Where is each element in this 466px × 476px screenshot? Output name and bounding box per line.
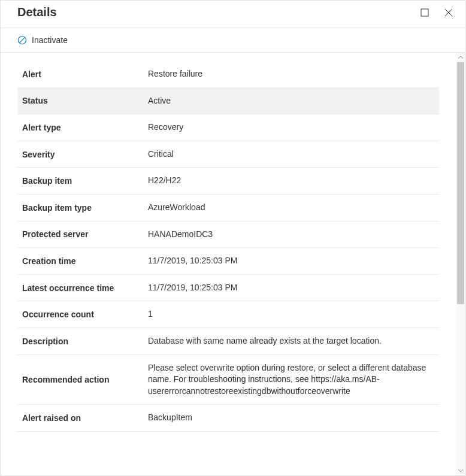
scrollbar-thumb[interactable]	[457, 62, 464, 304]
row-label: Severity	[17, 141, 143, 168]
table-row: Occurrence count1	[17, 301, 439, 328]
table-row: Protected serverHANADemoIDC3	[17, 221, 439, 248]
row-label: Occurrence count	[17, 301, 143, 328]
table-row: Recommended actionPlease select overwrit…	[17, 354, 439, 405]
content-area: AlertRestore failureStatusActiveAlert ty…	[1, 53, 465, 475]
row-label: Backup item type	[17, 194, 143, 221]
close-icon	[444, 8, 453, 17]
inactivate-button[interactable]: Inactivate	[17, 35, 68, 45]
row-value: 1	[143, 301, 439, 328]
close-button[interactable]	[443, 7, 455, 19]
table-row: Backup itemH22/H22	[17, 168, 439, 195]
row-value: 11/7/2019, 10:25:03 PM	[143, 248, 439, 275]
row-label: Description	[17, 328, 143, 354]
chevron-down-icon	[458, 469, 463, 472]
row-label: Alert raised on	[17, 405, 143, 432]
chevron-up-icon	[458, 56, 463, 59]
row-label: Status	[17, 87, 143, 114]
scrollbar-down-arrow[interactable]	[456, 466, 465, 475]
scrollbar-up-arrow[interactable]	[456, 53, 465, 62]
window-title: Details	[17, 5, 57, 19]
row-value: BackupItem	[143, 405, 439, 432]
row-label: Creation time	[17, 248, 143, 275]
row-value: AzureWorkload	[143, 194, 439, 221]
content-inner: AlertRestore failureStatusActiveAlert ty…	[1, 53, 456, 440]
row-label: Protected server	[17, 221, 143, 248]
table-row: SeverityCritical	[17, 141, 439, 168]
row-value: H22/H22	[143, 168, 439, 195]
row-label: Recommended action	[17, 354, 143, 405]
maximize-icon	[420, 8, 429, 17]
row-value: Restore failure	[143, 61, 439, 87]
row-value: HANADemoIDC3	[143, 221, 439, 248]
scrollbar[interactable]	[456, 53, 465, 475]
row-label: Alert type	[17, 114, 143, 141]
table-row: Backup item typeAzureWorkload	[17, 194, 439, 221]
details-table: AlertRestore failureStatusActiveAlert ty…	[17, 61, 439, 432]
inactivate-label: Inactivate	[32, 35, 68, 45]
svg-line-4	[19, 37, 25, 43]
row-label: Latest occurrence time	[17, 274, 143, 301]
toolbar: Inactivate	[1, 28, 465, 53]
inactivate-icon	[17, 35, 27, 45]
row-label: Alert	[17, 61, 143, 87]
row-value: Critical	[143, 141, 439, 168]
row-label: Backup item	[17, 168, 143, 195]
row-value: Active	[143, 87, 439, 114]
row-value: 11/7/2019, 10:25:03 PM	[143, 274, 439, 301]
row-value: Please select overwrite option during re…	[143, 354, 439, 405]
row-value: Database with same name already exists a…	[143, 328, 439, 354]
table-row: Creation time11/7/2019, 10:25:03 PM	[17, 248, 439, 275]
table-row: Alert raised onBackupItem	[17, 405, 439, 432]
svg-rect-0	[421, 9, 428, 16]
row-value: Recovery	[143, 114, 439, 141]
window-controls	[419, 7, 455, 19]
table-row: AlertRestore failure	[17, 61, 439, 87]
details-window: Details Inactivate AlertRestore failureS…	[0, 0, 466, 476]
table-row: Latest occurrence time11/7/2019, 10:25:0…	[17, 274, 439, 301]
scrollbar-track[interactable]	[456, 62, 465, 466]
table-row: Alert typeRecovery	[17, 114, 439, 141]
maximize-button[interactable]	[419, 7, 431, 19]
titlebar: Details	[1, 1, 465, 28]
table-row: StatusActive	[17, 87, 439, 114]
table-row: DescriptionDatabase with same name alrea…	[17, 328, 439, 354]
